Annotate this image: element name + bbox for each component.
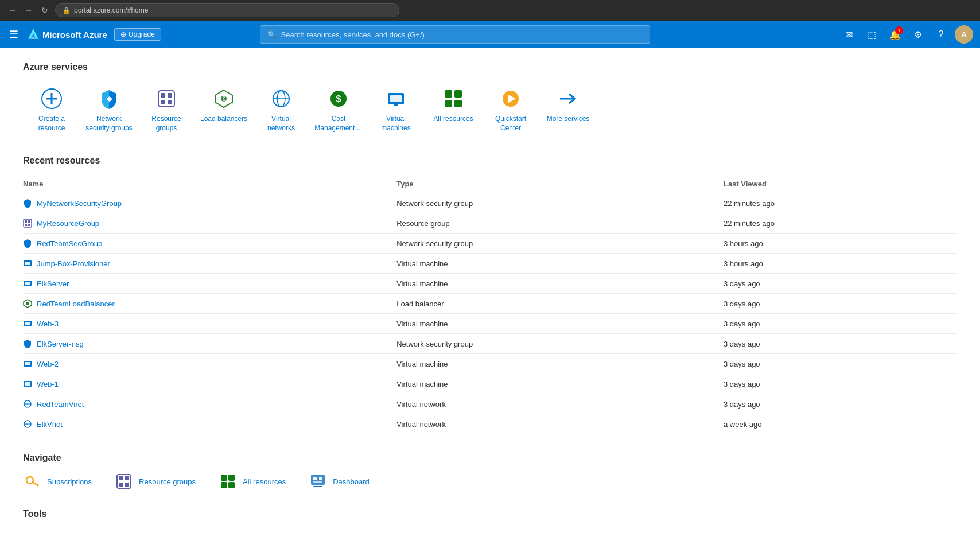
resource-type-icon: ↔ [23,399,32,409]
resource-name[interactable]: Web-1 [37,380,59,388]
service-label-cost-management: Cost Management ... [314,115,363,133]
service-item-quickstart[interactable]: Quickstart Center [482,81,539,137]
resource-name[interactable]: Web-2 [37,360,59,368]
resource-name[interactable]: Jump-Box-Provisioner [37,259,110,268]
resource-name-cell[interactable]: RedTeamSecGroup [23,234,396,254]
resource-name[interactable]: ElkVnet [37,420,63,429]
navigate-item-resource-groups[interactable]: Resource groups [115,472,196,491]
forward-button[interactable]: → [23,5,34,16]
resource-type: Virtual machine [396,314,724,334]
navigate-label-all-resources: All resources [243,477,286,486]
service-item-all-resources[interactable]: All resources [425,81,482,137]
svg-rect-62 [221,482,227,488]
resource-name[interactable]: RedTeamVnet [37,400,84,409]
resource-last-viewed: 3 hours ago [724,234,957,254]
url-text: portal.azure.com/#home [74,6,148,14]
resource-type: Resource group [396,213,724,234]
resource-name-cell[interactable]: Web-2 [23,354,396,374]
svg-rect-19 [390,95,402,102]
svg-rect-59 [125,483,129,487]
service-label-load-balancers: Load balancers [200,115,247,124]
svg-rect-56 [119,476,123,480]
lock-icon: 🔒 [63,7,71,14]
resource-name[interactable]: MyResourceGroup [37,219,99,228]
resource-name-cell[interactable]: ElkServer-nsg [23,334,396,354]
service-item-resource-groups[interactable]: Resource groups [138,81,195,137]
service-label-virtual-machines: Virtual machines [372,115,420,133]
svg-rect-36 [25,282,30,285]
table-row: ElkServer Virtual machine 3 days ago [23,274,957,294]
resource-name-cell[interactable]: Web-3 [23,314,396,334]
recent-resources-title: Recent resources [23,155,957,166]
refresh-button[interactable]: ↻ [39,5,50,16]
svg-rect-44 [25,382,30,386]
feedback-button[interactable]: ✉ [840,25,858,44]
resource-name-cell[interactable]: Web-1 [23,374,396,394]
recent-resources-section: Recent resources Name Type Last Viewed M… [23,155,957,434]
service-label-resource-groups: Resource groups [142,115,190,133]
service-item-cost-management[interactable]: $ Cost Management ... [310,81,367,137]
resource-type: Virtual network [396,394,724,414]
notifications-button[interactable]: 🔔 1 [886,25,904,44]
svg-rect-29 [25,220,27,223]
navigate-item-subscriptions[interactable]: Subscriptions [23,472,92,491]
table-row: MyNetworkSecurityGroup Network security … [23,193,957,213]
resource-name-cell[interactable]: MyResourceGroup [23,213,396,234]
service-item-load-balancers[interactable]: $ Load balancers [195,81,252,137]
service-item-more-services[interactable]: More services [539,81,597,137]
svg-rect-4 [158,91,174,107]
resource-name[interactable]: RedTeamSecGroup [37,239,102,248]
resource-type-icon [23,259,32,268]
service-item-create-resource[interactable]: Create a resource [23,81,80,137]
resource-name[interactable]: MyNetworkSecurityGroup [37,199,122,208]
svg-rect-30 [28,220,30,223]
resource-name[interactable]: ElkServer-nsg [37,340,84,348]
avatar-button[interactable]: A [955,25,973,44]
svg-rect-32 [28,224,30,226]
svg-rect-24 [454,100,462,107]
navigate-icon-all-resources [219,472,237,491]
resource-name-cell[interactable]: Jump-Box-Provisioner [23,254,396,274]
resource-name-cell[interactable]: ↔ RedTeamVnet [23,394,396,414]
azure-logo: Microsoft Azure [28,29,107,40]
service-icon-resource-groups [154,86,179,111]
resource-name-cell[interactable]: RedTeamLoadBalancer [23,294,396,314]
resource-name[interactable]: RedTeamLoadBalancer [37,300,115,308]
hamburger-menu-button[interactable]: ☰ [7,26,21,43]
resource-name[interactable]: Web-3 [37,320,59,328]
search-bar[interactable]: 🔍 Search resources, services, and docs (… [260,25,650,44]
address-bar[interactable]: 🔒 portal.azure.com/#home [55,3,399,17]
resource-name[interactable]: ElkServer [37,279,69,288]
table-row: ElkServer-nsg Network security group 3 d… [23,334,957,354]
service-item-virtual-machines[interactable]: Virtual machines [367,81,425,137]
tools-section: Tools [23,509,957,519]
resource-name-cell[interactable]: MyNetworkSecurityGroup [23,193,396,213]
resource-name-cell[interactable]: ↔ ElkVnet [23,414,396,434]
service-icon-virtual-machines [383,86,409,111]
svg-rect-67 [313,481,322,483]
nav-icons: ✉ ⬚ 🔔 1 ⚙ ? A [840,25,973,44]
table-row: Web-2 Virtual machine 3 days ago [23,354,957,374]
svg-rect-34 [25,262,30,265]
help-button[interactable]: ? [932,25,950,44]
recent-resources-table: Name Type Last Viewed MyNetworkSecurityG… [23,175,957,434]
svg-rect-68 [313,486,322,487]
resource-last-viewed: 22 minutes ago [724,193,957,213]
navigate-icon-resource-groups [115,472,133,491]
resource-name-cell[interactable]: ElkServer [23,274,396,294]
service-icon-more-services [555,86,581,111]
upgrade-button[interactable]: ⊕ Upgrade [114,28,161,41]
cloud-shell-icon: ⬚ [868,29,876,40]
upgrade-icon: ⊕ [120,30,126,38]
service-item-virtual-networks[interactable]: ↔ Virtual networks [252,81,310,137]
col-header-last-viewed: Last Viewed [724,175,957,193]
navigate-item-dashboard[interactable]: Dashboard [309,472,370,491]
back-button[interactable]: ← [7,5,18,16]
service-item-nsg[interactable]: ◈ Network security groups [80,81,138,137]
cloud-shell-button[interactable]: ⬚ [863,25,881,44]
navigate-item-all-resources[interactable]: All resources [219,472,286,491]
settings-button[interactable]: ⚙ [909,25,927,44]
service-icon-all-resources [441,86,466,111]
resource-type-icon [23,219,32,228]
table-row: Web-1 Virtual machine 3 days ago [23,374,957,394]
